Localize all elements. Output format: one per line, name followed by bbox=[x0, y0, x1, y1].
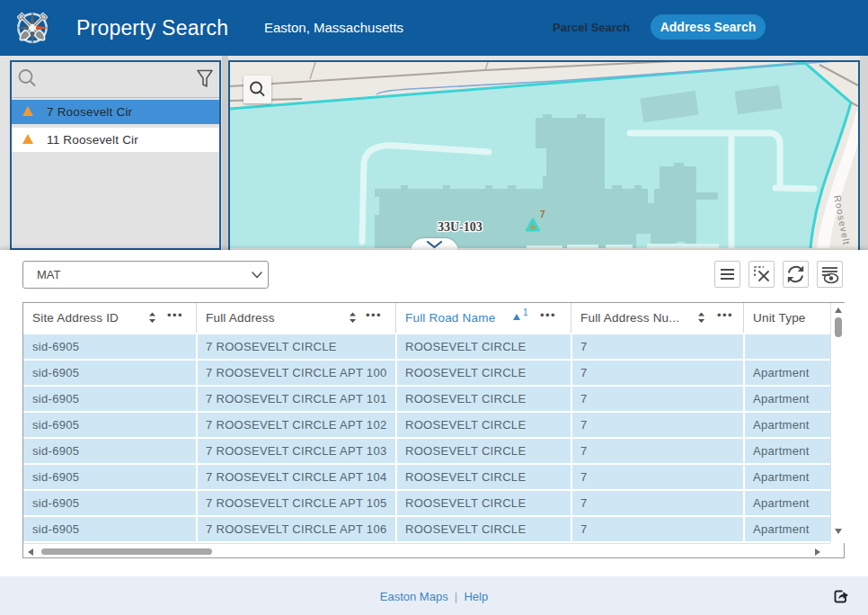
svg-text:7: 7 bbox=[540, 209, 545, 219]
svg-text:33U-103: 33U-103 bbox=[438, 220, 483, 234]
